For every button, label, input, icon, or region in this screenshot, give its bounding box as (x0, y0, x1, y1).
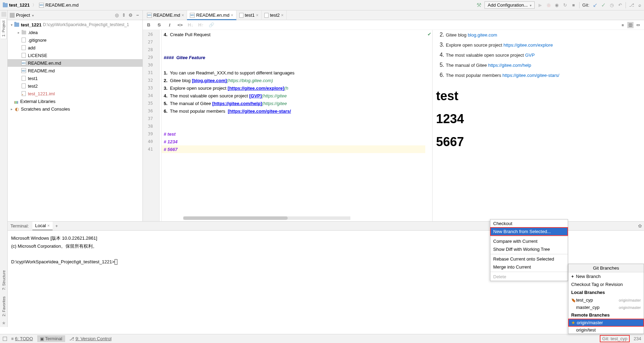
debug-button[interactable] (546, 2, 551, 8)
header-down-button[interactable]: H↓ (187, 22, 194, 27)
file-icon (22, 38, 26, 42)
preview-link[interactable]: https://gitee.com/explore (503, 42, 553, 48)
preview-link[interactable]: https://gitee.com/gitee-stars/ (503, 73, 559, 78)
editor-only-icon[interactable]: ≡ (620, 22, 626, 28)
tool-window-icon[interactable] (3, 337, 7, 341)
preview-only-icon[interactable]: ▭ (635, 22, 641, 28)
inspection-ok-icon[interactable]: ✔ (427, 31, 432, 37)
tree-item-test1[interactable]: test1 (8, 74, 142, 82)
chevron-down-icon[interactable]: ▾ (9, 23, 14, 27)
gear-icon[interactable] (128, 13, 133, 18)
preview-link[interactable]: blog.gitee.com (468, 32, 497, 38)
tab-readme-en-md[interactable]: MDREADME.en.md× (187, 10, 236, 20)
branches-checkout-tag[interactable]: Checkout Tag or Revision (568, 280, 644, 288)
close-icon[interactable]: × (181, 13, 184, 18)
status-version-control[interactable]: ⎇ 9: Version Control (67, 335, 114, 342)
branches-new[interactable]: + New Branch (568, 272, 644, 280)
git-commit-icon[interactable] (600, 2, 606, 8)
tree-item-idea[interactable]: ▸ .idea (8, 29, 142, 36)
tree-item-add[interactable]: add (8, 44, 142, 51)
close-icon[interactable]: × (231, 13, 233, 18)
code-editor[interactable]: 4. Create Pull Request #### Gitee Featur… (162, 30, 425, 221)
profile-button[interactable] (562, 2, 568, 8)
tab-test2[interactable]: test2× (262, 10, 287, 20)
branch-master-cyp[interactable]: master_cyporigin/master (568, 304, 644, 311)
tree-item-iml[interactable]: test_1221.iml (8, 90, 142, 97)
ctx-delete[interactable]: Delete (490, 273, 568, 281)
tree-item-gitignore[interactable]: .gitignore (8, 36, 142, 44)
ctx-new-branch[interactable]: New Branch from Selected... (490, 228, 568, 236)
tree-root[interactable]: ▾ test_1221 D:\cyp\WorkSpace\idea_Projec… (8, 21, 142, 29)
sidebar-tab-favorites[interactable]: 2: Favorites (1, 294, 7, 318)
coverage-button[interactable] (554, 2, 560, 8)
rollback-icon[interactable] (617, 2, 623, 8)
gear-icon[interactable]: ✿ (638, 223, 642, 229)
breadcrumb-project[interactable]: test_1221 (1, 2, 31, 8)
chevron-right-icon[interactable]: ▸ (16, 31, 21, 34)
italic-button[interactable]: I (166, 22, 173, 28)
tree-item-test2[interactable]: test2 (8, 82, 142, 90)
split-view-icon[interactable]: ◫ (627, 22, 634, 28)
horizontal-scrollbar[interactable] (183, 216, 350, 220)
stop-button[interactable] (571, 2, 576, 8)
preview-link[interactable]: https://gitee.com/help (488, 63, 531, 68)
strike-button[interactable]: S (156, 22, 162, 27)
tree-item-readme-en[interactable]: MD README.en.md (8, 59, 142, 67)
preview-h1: 5667 (436, 135, 641, 149)
tree-item-readme[interactable]: MD README.md (8, 67, 142, 74)
status-todo[interactable]: ≡ 6: TODO (8, 335, 36, 342)
breadcrumb-file[interactable]: MD README.en.md (38, 2, 80, 8)
tool-icon[interactable] (1, 12, 6, 17)
git-pull-icon[interactable] (592, 2, 598, 8)
tab-readme-md[interactable]: MDREADME.md× (144, 10, 187, 20)
code-button[interactable]: <> (177, 22, 183, 27)
close-icon[interactable]: × (256, 13, 258, 18)
run-config-selector[interactable]: Add Configuration... (484, 1, 535, 9)
link-button[interactable]: 🔗 (208, 22, 215, 27)
branch-icon[interactable] (629, 2, 634, 8)
select-opened-icon[interactable] (114, 13, 119, 18)
add-terminal-button[interactable]: + (53, 223, 60, 229)
close-icon[interactable]: × (281, 13, 284, 18)
expand-all-icon[interactable] (121, 13, 126, 18)
status-terminal[interactable]: ▣ Terminal (37, 335, 65, 342)
status-git-branch[interactable]: Git: test_cyp (600, 335, 629, 342)
folder-icon (14, 23, 19, 27)
ctx-show-diff[interactable]: Show Diff with Working Tree (490, 245, 568, 253)
tree-external-libs[interactable]: External Libraries (8, 97, 142, 105)
ctx-checkout[interactable]: Checkout (490, 220, 568, 228)
chevron-down-icon (31, 13, 34, 18)
project-panel-title[interactable]: Project (10, 13, 34, 18)
chevron-right-icon[interactable]: ▸ (9, 107, 14, 111)
chevron-down-icon (529, 2, 532, 8)
ctx-merge[interactable]: Merge into Current (490, 263, 568, 271)
close-icon[interactable]: × (47, 223, 50, 228)
tree-scratches[interactable]: ▸ Scratches and Consoles (8, 105, 142, 113)
history-icon[interactable] (609, 2, 614, 8)
branch-origin-test[interactable]: origin/test (568, 326, 644, 334)
bold-button[interactable]: B (146, 22, 152, 27)
sidebar-tab-structure[interactable]: 7: Structure (1, 268, 7, 292)
tree-item-license[interactable]: LICENSE (8, 51, 142, 59)
hide-icon[interactable] (135, 13, 140, 18)
ctx-compare[interactable]: Compare with Current (490, 237, 568, 245)
branch-context-menu: Checkout New Branch from Selected... Com… (490, 219, 568, 281)
scratches-icon (14, 106, 20, 112)
branch-test-cyp[interactable]: test_cyporigin/master (568, 296, 644, 304)
search-icon[interactable] (637, 2, 643, 8)
sidebar-tab-project[interactable]: 1: Project (1, 18, 7, 39)
terminal-tab-local[interactable]: Local × (32, 222, 53, 230)
build-icon[interactable] (476, 2, 482, 8)
branch-origin-master[interactable]: origin/master (568, 319, 644, 326)
preview-item: Gitee blog blog.gitee.com (446, 30, 641, 40)
file-icon (239, 13, 243, 18)
run-button[interactable] (537, 2, 543, 8)
preview-link[interactable]: GVP (525, 53, 535, 58)
markdown-icon: MD (190, 13, 195, 18)
file-icon (22, 76, 26, 81)
iml-icon (22, 91, 26, 96)
header-up-button[interactable]: H↑ (198, 22, 204, 27)
branches-title: Git Branches (568, 264, 644, 272)
tab-test1[interactable]: test1× (236, 10, 262, 20)
ctx-rebase[interactable]: Rebase Current onto Selected (490, 255, 568, 263)
